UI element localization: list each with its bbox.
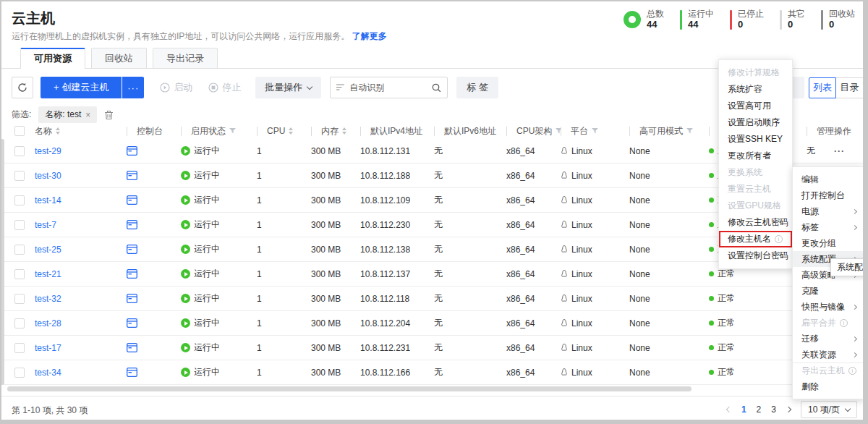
- clear-filters-icon[interactable]: [104, 110, 114, 120]
- search-icon[interactable]: [432, 83, 441, 93]
- menu-item[interactable]: 标签: [793, 219, 864, 235]
- menu-item[interactable]: 扁平合并: [793, 315, 864, 331]
- vm-name-link[interactable]: test-17: [35, 343, 61, 353]
- row-checkbox[interactable]: [14, 245, 25, 255]
- menu-item[interactable]: 克隆: [793, 283, 864, 299]
- start-button[interactable]: 启动: [160, 81, 192, 94]
- console-icon[interactable]: [127, 269, 137, 279]
- menu-item[interactable]: 打开控制台: [793, 187, 864, 203]
- menu-item[interactable]: 删除: [793, 378, 864, 394]
- console-icon[interactable]: [127, 220, 137, 229]
- menu-item[interactable]: 关联资源: [793, 347, 864, 362]
- vm-name-link[interactable]: test-14: [35, 195, 61, 205]
- page-number[interactable]: 2: [757, 404, 762, 415]
- row-checkbox[interactable]: [14, 368, 25, 378]
- column-ha-mode[interactable]: 高可用模式: [629, 125, 709, 137]
- menu-item[interactable]: 更改分组: [793, 235, 864, 251]
- menu-item[interactable]: 系统扩容: [719, 81, 792, 98]
- vm-name-link[interactable]: test-30: [35, 171, 61, 181]
- column-cpu[interactable]: CPU: [257, 126, 311, 136]
- console-icon[interactable]: [127, 171, 137, 180]
- menu-item[interactable]: 电源: [793, 203, 864, 219]
- vm-name-link[interactable]: test-25: [35, 245, 61, 255]
- view-list-button[interactable]: 列表: [809, 77, 836, 98]
- view-directory-button[interactable]: 目录: [836, 77, 864, 98]
- learn-more-link[interactable]: 了解更多: [352, 31, 387, 41]
- menu-item[interactable]: 设置高可用: [719, 98, 792, 114]
- page-size-select[interactable]: 10 项/页: [801, 401, 857, 418]
- sort-icon[interactable]: [289, 127, 293, 135]
- menu-item[interactable]: 重置云主机: [719, 181, 792, 198]
- row-checkbox[interactable]: [14, 220, 25, 230]
- memory-value: 300 MB: [311, 220, 360, 230]
- next-page-icon[interactable]: [786, 407, 791, 412]
- tab[interactable]: 可用资源: [20, 48, 85, 68]
- console-icon[interactable]: [127, 245, 137, 254]
- row-actions-button[interactable]: ···: [834, 146, 845, 156]
- menu-item[interactable]: 迁移: [793, 331, 864, 347]
- menu-item[interactable]: 导出云主机: [793, 362, 864, 378]
- vm-name-link[interactable]: test-34: [35, 368, 61, 378]
- column-name[interactable]: 名称: [35, 125, 127, 137]
- menu-item[interactable]: 修改主机名: [719, 231, 792, 247]
- console-icon[interactable]: [127, 146, 137, 156]
- console-icon[interactable]: [127, 318, 137, 328]
- sort-icon[interactable]: [342, 127, 346, 135]
- vm-name-link[interactable]: test-7: [35, 220, 56, 230]
- cpu-arch-value: x86_64: [506, 146, 561, 156]
- vm-name-link[interactable]: test-28: [35, 318, 61, 328]
- stat-group-list: 运行中 44 已停止 0 其它 0: [680, 9, 855, 30]
- row-checkbox[interactable]: [14, 195, 25, 205]
- filter-chip[interactable]: 名称: test ×: [38, 106, 97, 123]
- menu-item[interactable]: 修改云主机密码: [719, 214, 792, 231]
- row-checkbox[interactable]: [14, 269, 25, 279]
- tab[interactable]: 回收站: [91, 48, 147, 68]
- page-number[interactable]: 1: [741, 404, 746, 415]
- menu-item[interactable]: 更换系统: [719, 164, 792, 181]
- horizontal-scrollbar[interactable]: [7, 386, 692, 391]
- tab[interactable]: 导出记录: [153, 48, 218, 68]
- create-vm-button[interactable]: + 创建云主机: [41, 77, 122, 98]
- select-all-checkbox[interactable]: [14, 126, 25, 136]
- refresh-button[interactable]: [12, 77, 33, 98]
- vm-name-link[interactable]: test-32: [35, 294, 61, 304]
- column-memory[interactable]: 内存: [311, 125, 360, 137]
- row-checkbox[interactable]: [14, 343, 25, 353]
- create-more-button[interactable]: ···: [122, 77, 144, 98]
- chip-close-icon[interactable]: ×: [85, 110, 90, 120]
- search-box[interactable]: [330, 77, 448, 98]
- menu-item-label: 克隆: [801, 285, 819, 297]
- page-number[interactable]: 3: [771, 404, 776, 415]
- column-cpu-arch[interactable]: CPU架构: [506, 125, 561, 137]
- tag-button[interactable]: 标签: [456, 77, 498, 98]
- sort-icon[interactable]: [56, 127, 60, 135]
- console-icon[interactable]: [127, 195, 137, 205]
- total-donut-icon: [624, 11, 641, 28]
- row-checkbox[interactable]: [14, 146, 25, 156]
- console-icon[interactable]: [127, 343, 137, 352]
- column-platform[interactable]: 平台: [561, 125, 629, 137]
- state-text: 正常: [718, 366, 735, 378]
- row-checkbox[interactable]: [14, 171, 25, 181]
- menu-item[interactable]: 设置GPU规格: [719, 198, 792, 214]
- vertical-scrollbar[interactable]: [0, 139, 4, 385]
- menu-item[interactable]: 编辑: [793, 171, 864, 187]
- vm-name-link[interactable]: test-29: [35, 146, 61, 156]
- menu-item[interactable]: 设置SSH KEY: [719, 131, 792, 148]
- stop-button[interactable]: 停止: [208, 81, 241, 94]
- batch-operations-button[interactable]: 批量操作: [255, 77, 321, 98]
- row-checkbox[interactable]: [14, 318, 25, 328]
- menu-item[interactable]: 设置控制台密码: [719, 247, 792, 264]
- console-icon[interactable]: [127, 294, 137, 303]
- console-icon[interactable]: [127, 368, 137, 377]
- stop-label: 停止: [222, 81, 241, 94]
- vm-name-link[interactable]: test-21: [35, 269, 61, 279]
- column-enable-state[interactable]: 启用状态: [181, 125, 257, 137]
- menu-item[interactable]: 修改计算规格: [719, 64, 792, 81]
- row-checkbox[interactable]: [14, 294, 25, 304]
- prev-page-icon[interactable]: [726, 407, 732, 412]
- menu-item[interactable]: 更改所有者: [719, 148, 792, 164]
- menu-item[interactable]: 快照与镜像: [793, 299, 864, 315]
- menu-item[interactable]: 设置启动顺序: [719, 114, 792, 131]
- search-input[interactable]: [349, 82, 427, 93]
